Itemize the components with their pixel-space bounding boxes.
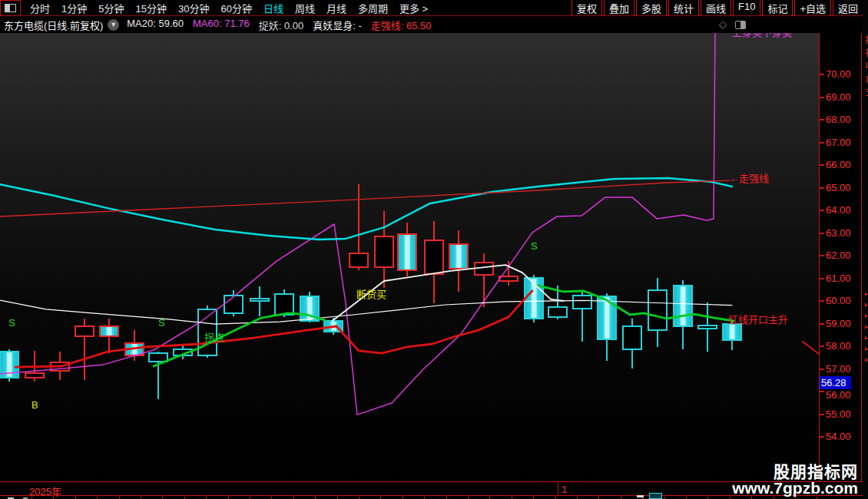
price-axis-tick — [820, 300, 824, 302]
indicator-value-1: MA20: 59.60 — [127, 18, 184, 32]
chart-annotation: S — [8, 318, 15, 329]
candle — [224, 290, 243, 316]
chart-annotation: ←走强线 — [729, 173, 769, 184]
period-tab-6[interactable]: 60分钟 — [220, 1, 251, 15]
candle — [449, 230, 468, 292]
period-tabs: 分时1分钟5分钟15分钟30分钟60分钟日线周线月线多周期更多 > — [30, 1, 570, 15]
candle — [475, 253, 493, 307]
side-panel-text: 拉神收自交 — [863, 35, 868, 101]
indicator-values: MA20: 59.60MA60: 71.76捉妖: 0.00真妖显身: -走强线… — [127, 18, 431, 32]
chart-annotation: 断货买 — [356, 289, 386, 300]
current-price-badge: 56.28 — [820, 376, 851, 389]
clipped-fragment — [637, 495, 644, 497]
clipped-fragment — [649, 493, 662, 499]
period-tab-4[interactable]: 15分钟 — [135, 1, 166, 15]
chart-annotation: 拐点 — [204, 332, 224, 343]
chart-annotation: 红线开口主升 — [728, 315, 788, 326]
candle — [0, 349, 18, 382]
price-axis-label: 67.00 — [826, 137, 860, 148]
trading-app-window: 分时1分钟5分钟15分钟30分钟60分钟日线周线月线多周期更多 > 复权叠加多股… — [0, 0, 868, 499]
period-tab-5[interactable]: 30分钟 — [178, 1, 209, 15]
candle — [375, 211, 393, 288]
price-axis-tick — [820, 278, 824, 279]
period-tab-8[interactable]: 周线 — [295, 1, 315, 15]
toolbar-button-6[interactable]: F10 — [733, 0, 760, 17]
price-axis-label: 54.00 — [826, 431, 860, 442]
price-axis-tick — [820, 210, 824, 211]
price-axis-tick — [820, 345, 824, 347]
overlay-line-zouqiang-red-line — [0, 180, 730, 216]
window-split-button[interactable] — [0, 0, 21, 16]
indicator-value-5: 走强线: 65.50 — [371, 18, 432, 32]
candle — [425, 221, 443, 303]
price-axis-tick — [820, 255, 824, 256]
candle — [525, 275, 543, 322]
candle — [698, 302, 717, 352]
chevron-down-icon[interactable]: ▼ — [108, 19, 119, 31]
diamond-icon[interactable]: ◇ — [719, 18, 727, 30]
overlay-line-cyan-long-ma — [0, 178, 732, 240]
candlestick-chart[interactable]: 上穿买下穿卖←走强线红线开口主升断货买拐点SSSB — [0, 33, 819, 481]
overlay-line-MA60-magenta — [0, 33, 715, 415]
candle — [149, 352, 167, 399]
chart-annotation: S — [531, 241, 538, 252]
price-axis-label: 68.00 — [826, 114, 860, 125]
price-axis-tick — [820, 414, 824, 415]
period-tab-9[interactable]: 月线 — [326, 1, 346, 15]
indicator-value-3: 捉妖: 0.00 — [259, 18, 304, 32]
candle — [350, 184, 368, 270]
period-menu-bar: 分时1分钟5分钟15分钟30分钟60分钟日线周线月线多周期更多 > 复权叠加多股… — [0, 0, 868, 16]
chart-canvas[interactable] — [0, 33, 819, 481]
candle — [648, 278, 667, 347]
indicator-legend-bar: 东方电缆(日线.前复权) ▼ MA20: 59.60MA60: 71.76捉妖:… — [0, 16, 868, 33]
symbol-title: 东方电缆(日线.前复权) — [4, 18, 103, 32]
candle — [75, 319, 94, 380]
watermark-url: www.7gpzb.com — [732, 480, 858, 496]
price-axis-tick — [820, 368, 824, 370]
panel-layout-icon[interactable] — [735, 21, 746, 29]
price-axis-tick — [820, 187, 824, 189]
toolbar-button-7[interactable]: 标记 — [762, 0, 793, 17]
price-axis-tick — [820, 142, 824, 144]
split-window-icon — [5, 4, 16, 12]
period-tab-11[interactable]: 更多 > — [399, 1, 428, 15]
candle — [398, 223, 416, 276]
toolbar-button-4[interactable]: 统计 — [668, 0, 699, 17]
price-axis-label: 60.00 — [826, 295, 860, 306]
price-axis-tick — [820, 391, 824, 392]
price-axis-tick — [820, 436, 824, 438]
period-tab-1[interactable]: 分时 — [30, 1, 50, 15]
chart-annotation: B — [31, 400, 38, 411]
indicator-value-2: MA60: 71.76 — [193, 18, 250, 32]
site-watermark: 股朋指标网 www.7gpzb.com — [732, 464, 858, 496]
price-axis-label: 63.00 — [826, 227, 860, 239]
candle — [250, 286, 269, 316]
candle — [100, 319, 118, 353]
side-panel-numbers: 1111111 — [863, 292, 868, 369]
price-axis-label: 55.00 — [826, 408, 860, 420]
price-axis-tick — [820, 97, 824, 98]
price-axis-tick — [820, 119, 824, 121]
period-tab-10[interactable]: 多周期 — [358, 1, 388, 15]
month-label: 1 — [562, 484, 567, 495]
toolbar-button-3[interactable]: 多股 — [636, 0, 667, 17]
price-axis-label: 62.00 — [826, 250, 860, 261]
period-tab-7[interactable]: 日线 — [263, 1, 283, 15]
overlay-line-red-fragment-right — [803, 342, 819, 354]
toolbar-button-8[interactable]: +自选 — [794, 0, 831, 17]
period-tab-3[interactable]: 5分钟 — [98, 1, 124, 15]
toolbar-button-2[interactable]: 叠加 — [604, 0, 634, 17]
toolbar-button-5[interactable]: 画线 — [701, 0, 731, 17]
toolbar-button-9[interactable]: 返回 — [833, 0, 863, 17]
price-axis-label: 59.00 — [826, 318, 860, 329]
price-axis-label: 69.00 — [826, 91, 860, 103]
price-axis-tick — [820, 323, 824, 325]
price-axis-label: 65.00 — [826, 182, 860, 193]
price-axis-label: 61.00 — [826, 273, 860, 284]
candle — [623, 319, 641, 368]
chart-annotation: 上穿买下穿卖 — [732, 33, 792, 38]
period-tab-2[interactable]: 1分钟 — [61, 1, 87, 15]
price-axis-label: 56.00 — [826, 389, 860, 401]
toolbar-button-1[interactable]: 复权 — [571, 0, 602, 17]
price-axis-tick — [820, 164, 824, 166]
